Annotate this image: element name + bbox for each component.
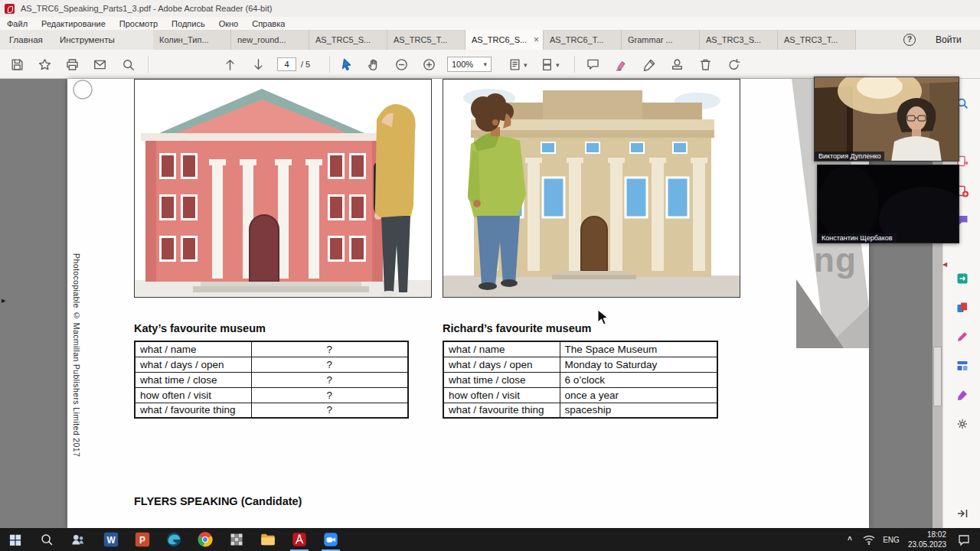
taskbar-acrobat-button[interactable]	[284, 528, 315, 551]
rail-open-panel-button[interactable]	[953, 504, 972, 523]
minus-circle-icon	[394, 57, 409, 72]
stamp-button[interactable]	[668, 55, 686, 73]
chevron-down-icon[interactable]: ▾	[556, 61, 560, 69]
prompt-cell: how often / visit	[443, 387, 560, 403]
tab-doc-9[interactable]: AS_TRC3_T...	[778, 30, 856, 50]
rail-edit-pdf-button[interactable]	[953, 328, 972, 346]
collapse-rail-icon[interactable]: ◀	[942, 261, 947, 268]
taskbar-chrome-button[interactable]	[190, 528, 220, 551]
windows-logo-icon	[8, 532, 23, 547]
save-button[interactable]	[8, 55, 26, 73]
stamp-icon	[670, 57, 684, 72]
previous-page-button[interactable]	[220, 55, 239, 73]
screen: AS_TRC6_Speaking_Parts1_3.pdf - Adobe Ac…	[0, 0, 980, 551]
tab-doc-6[interactable]: AS_TRC6_T...	[544, 30, 622, 50]
rail-fill-sign-button[interactable]	[953, 386, 972, 404]
hand-tool-button[interactable]	[364, 55, 383, 73]
taskbar-edge-button[interactable]	[158, 528, 189, 551]
menu-sign[interactable]: Подпись	[172, 19, 205, 28]
zoom-out-button[interactable]	[392, 55, 410, 73]
tray-chevron-up-icon[interactable]: ^	[841, 528, 859, 551]
word-icon: W	[103, 531, 119, 548]
rail-convert-button[interactable]	[953, 269, 972, 288]
hand-icon	[367, 57, 381, 72]
rotate-button[interactable]	[724, 55, 743, 73]
participant-video-1[interactable]: Виктория Дупленко	[814, 77, 959, 161]
menu-window[interactable]: Окно	[219, 19, 239, 28]
tab-doc-4[interactable]: AS_TRC5_T...	[387, 30, 466, 50]
next-page-button[interactable]	[249, 55, 267, 73]
menu-view[interactable]: Просмотр	[119, 19, 158, 28]
nav-pane-expand-icon[interactable]: ▸	[2, 295, 6, 305]
taskbar-grid-app-button[interactable]	[221, 528, 252, 551]
tab-label: new_round...	[237, 35, 286, 44]
tab-tools[interactable]: Инструменты	[60, 30, 115, 50]
print-button[interactable]	[63, 55, 81, 73]
tab-doc-1[interactable]: Колин_Тип...	[153, 30, 231, 50]
tab-doc-7[interactable]: Grammar ...	[622, 30, 700, 50]
email-button[interactable]	[90, 55, 109, 73]
page-fit-button[interactable]	[505, 55, 524, 73]
zoom-in-button[interactable]	[420, 55, 438, 73]
star-button[interactable]	[35, 55, 54, 73]
tab-doc-3[interactable]: AS_TRC5_S...	[309, 30, 387, 50]
scrollbar-thumb[interactable]	[933, 347, 942, 406]
printer-icon	[65, 57, 80, 72]
select-tool-button[interactable]	[337, 55, 355, 73]
start-button[interactable]	[0, 528, 31, 551]
scroll-view-button[interactable]	[537, 55, 556, 73]
taskbar-zoom-button[interactable]	[315, 528, 346, 551]
combine-files-icon	[956, 301, 969, 315]
zoom-app-icon	[322, 531, 339, 548]
taskbar-file-explorer-button[interactable]	[253, 528, 283, 551]
beige-museum-illustration	[443, 80, 740, 297]
page-number-input[interactable]	[277, 57, 296, 71]
katy-picture	[134, 79, 432, 298]
taskbar-search-button[interactable]	[31, 528, 62, 551]
taskbar-people-button[interactable]	[63, 528, 93, 551]
taskbar-word-button[interactable]: W	[96, 528, 126, 551]
comment-button[interactable]	[583, 55, 602, 73]
rail-combine-files-button[interactable]	[953, 298, 972, 317]
menu-edit[interactable]: Редактирование	[41, 19, 106, 28]
answer-cell: ?	[251, 341, 408, 357]
video-call-overlay[interactable]: Виктория Дупленко Константин Щербаков	[814, 77, 961, 245]
rail-organize-pages-button[interactable]	[953, 357, 972, 375]
tray-network-icon[interactable]	[859, 528, 879, 551]
help-button[interactable]: ?	[903, 34, 916, 46]
action-center-button[interactable]	[951, 528, 977, 551]
menu-file[interactable]: Файл	[7, 19, 28, 28]
search-icon	[38, 531, 55, 548]
tab-doc-5-active[interactable]: AS_TRC6_S...×	[466, 30, 544, 50]
menu-bar: Файл Редактирование Просмотр Подпись Окн…	[0, 17, 980, 30]
taskbar-powerpoint-button[interactable]: P	[127, 528, 158, 551]
chevron-down-icon[interactable]: ▾	[524, 61, 528, 69]
tab-label: AS_TRC3_S...	[706, 35, 761, 44]
pen-icon	[642, 57, 657, 72]
table-row: what / days / openMonday to Saturday	[443, 357, 717, 372]
zoom-level-dropdown[interactable]: 100% ▾	[447, 57, 492, 72]
taskbar-clock[interactable]: 18:02 23.05.2023	[908, 530, 946, 549]
prompt-cell: what / days / open	[135, 357, 251, 372]
toolbar-separator	[574, 56, 575, 73]
menu-help[interactable]: Справка	[252, 19, 285, 28]
tab-doc-8[interactable]: AS_TRC3_S...	[700, 30, 778, 50]
richard-picture	[443, 79, 740, 298]
rotate-icon	[727, 57, 741, 72]
delete-button[interactable]	[696, 55, 714, 73]
rail-more-tools-button[interactable]	[953, 415, 972, 433]
tray-language-indicator[interactable]: ENG	[879, 528, 903, 551]
sign-in-button[interactable]: Войти	[936, 30, 962, 50]
table-row: what / favourite thing?	[135, 403, 408, 418]
section-heading: FLYERS SPEAKING (Candidate)	[134, 495, 302, 507]
tab-doc-2[interactable]: new_round...	[231, 30, 309, 50]
fill-sign-pen-icon	[956, 388, 969, 402]
tab-close-icon[interactable]: ×	[534, 30, 539, 50]
tab-label: AS_TRC3_T...	[784, 35, 838, 44]
find-button[interactable]	[119, 55, 137, 73]
highlight-button[interactable]	[612, 55, 630, 73]
search-icon	[121, 57, 136, 72]
sign-button[interactable]	[640, 55, 658, 73]
participant-video-2[interactable]: Константин Щербаков	[817, 165, 959, 243]
tab-home[interactable]: Главная	[9, 30, 43, 50]
